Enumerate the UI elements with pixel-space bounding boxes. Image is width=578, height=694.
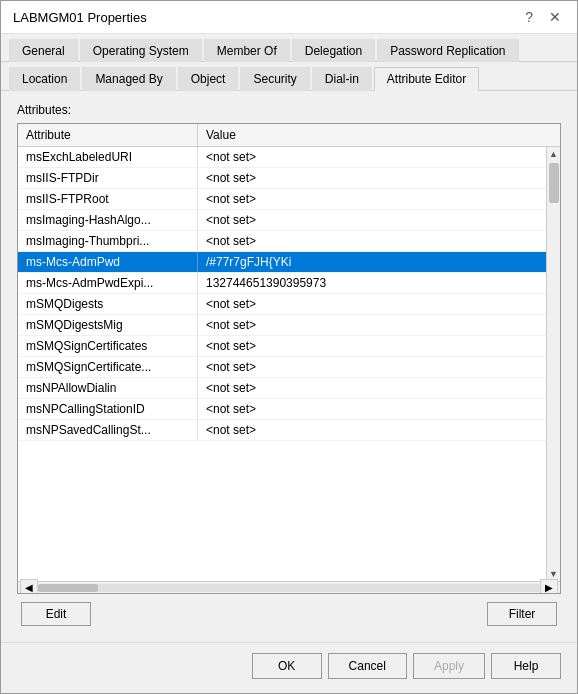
tab-object[interactable]: Object — [178, 67, 239, 91]
tabs-row-2: Location Managed By Object Security Dial… — [1, 62, 577, 91]
row-value: 132744651390395973 — [198, 273, 546, 293]
row-attribute: msImaging-Thumbpri... — [18, 231, 198, 251]
window-title: LABMGM01 Properties — [13, 10, 147, 25]
tab-location[interactable]: Location — [9, 67, 80, 91]
attributes-table: Attribute Value msExchLabeledURI<not set… — [17, 123, 561, 594]
scroll-left-arrow[interactable]: ◀ — [20, 579, 38, 594]
table-row[interactable]: msIIS-FTPRoot<not set> — [18, 189, 546, 210]
help-footer-button[interactable]: Help — [491, 653, 561, 679]
scroll-x-track — [38, 584, 540, 592]
table-row[interactable]: msNPSavedCallingSt...<not set> — [18, 420, 546, 441]
filter-button[interactable]: Filter — [487, 602, 557, 626]
tab-general[interactable]: General — [9, 39, 78, 62]
scroll-right-arrow[interactable]: ▶ — [540, 579, 558, 594]
tab-security[interactable]: Security — [240, 67, 309, 91]
scroll-up-arrow[interactable]: ▲ — [549, 147, 558, 161]
close-button[interactable]: ✕ — [545, 9, 565, 25]
table-scroll-wrapper: msExchLabeledURI<not set>msIIS-FTPDir<no… — [18, 147, 560, 581]
tab-member-of[interactable]: Member Of — [204, 39, 290, 62]
title-bar: LABMGM01 Properties ? ✕ — [1, 1, 577, 34]
properties-dialog: LABMGM01 Properties ? ✕ General Operatin… — [0, 0, 578, 694]
row-value: <not set> — [198, 168, 546, 188]
table-rows-area[interactable]: msExchLabeledURI<not set>msIIS-FTPDir<no… — [18, 147, 546, 581]
row-value: <not set> — [198, 315, 546, 335]
tab-managed-by[interactable]: Managed By — [82, 67, 175, 91]
row-value: <not set> — [198, 357, 546, 377]
table-row[interactable]: msNPAllowDialin<not set> — [18, 378, 546, 399]
row-attribute: ms-Mcs-AdmPwdExpi... — [18, 273, 198, 293]
row-attribute: mSMQSignCertificates — [18, 336, 198, 356]
row-value: <not set> — [198, 210, 546, 230]
row-value: <not set> — [198, 399, 546, 419]
vertical-scrollbar[interactable]: ▲ ▼ — [546, 147, 560, 581]
row-attribute: msNPAllowDialin — [18, 378, 198, 398]
edit-button[interactable]: Edit — [21, 602, 91, 626]
table-row[interactable]: mSMQDigests<not set> — [18, 294, 546, 315]
table-row[interactable]: ms-Mcs-AdmPwd/#77r7gFJH{YKi — [18, 252, 546, 273]
tab-operating-system[interactable]: Operating System — [80, 39, 202, 62]
table-row[interactable]: mSMQSignCertificates<not set> — [18, 336, 546, 357]
row-value: <not set> — [198, 378, 546, 398]
attributes-label: Attributes: — [17, 103, 561, 117]
row-attribute: ms-Mcs-AdmPwd — [18, 252, 198, 272]
row-value: <not set> — [198, 336, 546, 356]
table-row[interactable]: msImaging-HashAlgo...<not set> — [18, 210, 546, 231]
table-row[interactable]: msIIS-FTPDir<not set> — [18, 168, 546, 189]
edit-filter-buttons: Edit Filter — [17, 594, 561, 630]
title-bar-controls: ? ✕ — [521, 9, 565, 25]
table-row[interactable]: mSMQDigestsMig<not set> — [18, 315, 546, 336]
row-value: <not set> — [198, 420, 546, 440]
row-attribute: msExchLabeledURI — [18, 147, 198, 167]
cancel-button[interactable]: Cancel — [328, 653, 407, 679]
tab-delegation[interactable]: Delegation — [292, 39, 375, 62]
row-attribute: mSMQDigests — [18, 294, 198, 314]
row-attribute: msNPSavedCallingSt... — [18, 420, 198, 440]
row-value: <not set> — [198, 231, 546, 251]
table-row[interactable]: ms-Mcs-AdmPwdExpi...132744651390395973 — [18, 273, 546, 294]
row-attribute: msIIS-FTPRoot — [18, 189, 198, 209]
tab-attribute-editor[interactable]: Attribute Editor — [374, 67, 479, 91]
scroll-thumb[interactable] — [549, 163, 559, 203]
row-attribute: mSMQSignCertificate... — [18, 357, 198, 377]
row-attribute: msImaging-HashAlgo... — [18, 210, 198, 230]
column-header-value: Value — [198, 124, 560, 146]
table-row[interactable]: msExchLabeledURI<not set> — [18, 147, 546, 168]
table-row[interactable]: msImaging-Thumbpri...<not set> — [18, 231, 546, 252]
row-value: /#77r7gFJH{YKi — [198, 252, 546, 272]
row-value: <not set> — [198, 294, 546, 314]
table-row[interactable]: mSMQSignCertificate...<not set> — [18, 357, 546, 378]
tab-dial-in[interactable]: Dial-in — [312, 67, 372, 91]
row-value: <not set> — [198, 189, 546, 209]
table-header: Attribute Value — [18, 124, 560, 147]
row-value: <not set> — [198, 147, 546, 167]
tabs-row-1: General Operating System Member Of Deleg… — [1, 34, 577, 62]
footer-buttons: OK Cancel Apply Help — [1, 642, 577, 693]
row-attribute: mSMQDigestsMig — [18, 315, 198, 335]
content-area: Attributes: Attribute Value msExchLabele… — [1, 91, 577, 642]
row-attribute: msNPCallingStationID — [18, 399, 198, 419]
scroll-x-thumb[interactable] — [38, 584, 98, 592]
column-header-attribute: Attribute — [18, 124, 198, 146]
tab-password-replication[interactable]: Password Replication — [377, 39, 518, 62]
help-button[interactable]: ? — [521, 9, 537, 25]
table-row[interactable]: msNPCallingStationID<not set> — [18, 399, 546, 420]
apply-button[interactable]: Apply — [413, 653, 485, 679]
horizontal-scrollbar[interactable]: ◀ ▶ — [18, 581, 560, 593]
row-attribute: msIIS-FTPDir — [18, 168, 198, 188]
ok-button[interactable]: OK — [252, 653, 322, 679]
